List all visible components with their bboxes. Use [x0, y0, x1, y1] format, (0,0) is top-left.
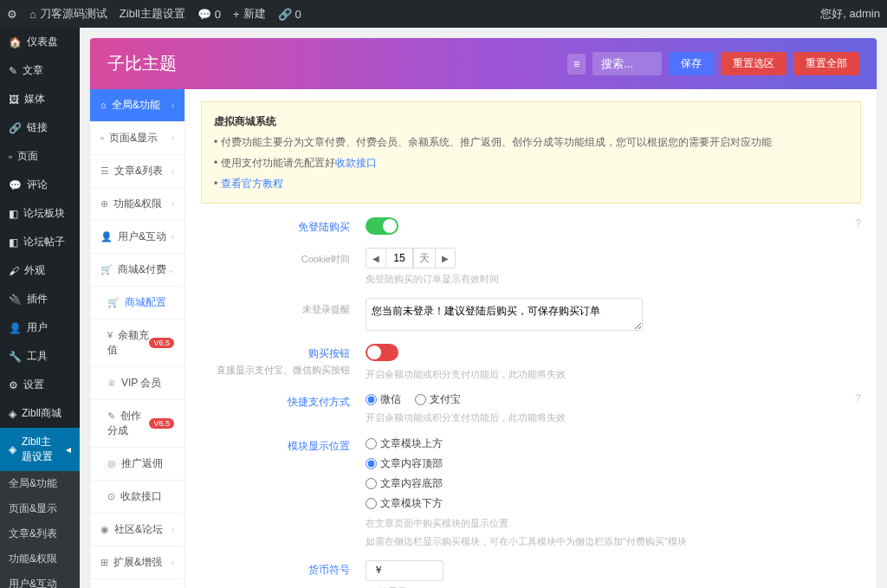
sub-article[interactable]: 文章&列表	[0, 521, 80, 546]
side-vip[interactable]: ♕VIP 会员	[90, 367, 185, 400]
pos-opt3[interactable]: 文章内容底部	[366, 476, 861, 491]
reset-all-button[interactable]: 重置全部	[793, 52, 859, 75]
links-count[interactable]: 🔗 0	[278, 8, 301, 21]
label-cookie: Cookie时间	[201, 253, 350, 266]
payment-link[interactable]: 收款接口	[335, 157, 377, 169]
side-license[interactable]: ♥主题&授权	[90, 579, 185, 588]
help-icon[interactable]: ?	[855, 392, 861, 404]
add-new[interactable]: + 新建	[233, 6, 266, 22]
nav-zibll-mall[interactable]: ◈ Zibll商城	[0, 399, 80, 428]
nav-dashboard[interactable]: 🏠 仪表盘	[0, 28, 80, 56]
side-feature[interactable]: ⊕功能&权限›	[90, 188, 185, 221]
cookie-stepper: ◀ 天 ▶	[366, 248, 456, 268]
side-page[interactable]: ▫页面&显示›	[90, 122, 185, 155]
cookie-help: 免登陆购买的订单显示有效时间	[366, 272, 861, 288]
sub-user[interactable]: 用户&互动	[0, 572, 80, 588]
wp-sidebar: 🏠 仪表盘 ✎ 文章 🖼 媒体 🔗 链接 ▫ 页面 💬 评论 ◧ 论坛板块 ◧ …	[0, 28, 80, 588]
search-input[interactable]	[592, 52, 662, 75]
nav-forum-posts[interactable]: ◧ 论坛帖子	[0, 228, 80, 256]
side-mall[interactable]: 🛒商城&付费⌄	[90, 254, 185, 287]
wp-logo[interactable]: ⚙	[7, 8, 17, 21]
nav-sub: 全局&功能 页面&显示 文章&列表 功能&权限 用户&互动 商城&付费 社区&论…	[0, 471, 80, 588]
nav-posts[interactable]: ✎ 文章	[0, 56, 80, 85]
side-user[interactable]: 👤用户&互动›	[90, 221, 185, 254]
nav-zibll-theme[interactable]: ◈ Zibll主题设置 ◂	[0, 428, 80, 471]
save-button[interactable]: 保存	[669, 52, 714, 75]
sub-page[interactable]: 页面&显示	[0, 496, 80, 521]
pos-opt1[interactable]: 文章模块上方	[366, 436, 861, 451]
site-link[interactable]: ⌂ 刀客源码测试	[29, 6, 107, 22]
nav-pages[interactable]: ▫ 页面	[0, 142, 80, 171]
label-free-buy: 免登陆购买	[298, 221, 350, 233]
nav-links[interactable]: 🔗 链接	[0, 113, 80, 142]
panel-title: 子比主题	[107, 52, 177, 75]
nav-forum-boards[interactable]: ◧ 论坛板块	[0, 199, 80, 228]
nav-settings[interactable]: ⚙ 设置	[0, 371, 80, 399]
tutorial-link[interactable]: 查看官方教程	[221, 178, 283, 190]
cookie-input[interactable]	[385, 249, 413, 268]
nav-plugins[interactable]: 🔌 插件	[0, 285, 80, 313]
side-creation[interactable]: ✎创作分成V6.5	[90, 400, 185, 448]
pos-opt4[interactable]: 文章模块下方	[366, 496, 861, 511]
theme-link[interactable]: Zibll主题设置	[120, 6, 185, 22]
side-promotion[interactable]: ◎推广返佣	[90, 448, 185, 481]
nav-users[interactable]: 👤 用户	[0, 313, 80, 342]
sub-feature[interactable]: 功能&权限	[0, 546, 80, 572]
help-icon[interactable]: ?	[855, 217, 861, 229]
label-currency: 货币符号	[308, 564, 350, 576]
label-quick-pay: 快捷支付方式	[288, 396, 350, 408]
side-community[interactable]: ◉社区&论坛›	[90, 514, 185, 546]
nav-tools[interactable]: 🔧 工具	[0, 342, 80, 371]
radio-wechat[interactable]: 微信	[366, 392, 401, 407]
label-buy-btn: 购买按钮	[308, 347, 350, 359]
toggle-free-buy[interactable]	[366, 217, 398, 235]
side-balance[interactable]: ¥余额充值V6.5	[90, 320, 185, 367]
side-article[interactable]: ☰文章&列表›	[90, 155, 185, 188]
nav-comments[interactable]: 💬 评论	[0, 171, 80, 199]
nologin-textarea[interactable]: 您当前未登录！建议登陆后购买，可保存购买订单	[366, 298, 643, 331]
pos-opt2[interactable]: 文章内容顶部	[366, 456, 861, 471]
nav-appearance[interactable]: 🖌 外观	[0, 256, 80, 285]
side-mall-config[interactable]: 🛒商城配置	[90, 287, 185, 320]
dec-button[interactable]: ◀	[366, 249, 385, 268]
toggle-buy-btn[interactable]	[366, 344, 398, 361]
nav-media[interactable]: 🖼 媒体	[0, 85, 80, 113]
inc-button[interactable]: ▶	[436, 249, 455, 268]
side-extend[interactable]: ⊞扩展&增强›	[90, 546, 185, 579]
label-module-pos: 模块显示位置	[288, 440, 350, 452]
info-alert: 虚拟商城系统 • 付费功能主要分为文章付费、付费会员、余额系统、推广返佣、创作分…	[201, 101, 861, 204]
side-global[interactable]: ⌂全局&功能›	[90, 89, 185, 122]
wp-topbar: ⚙ ⌂ 刀客源码测试 Zibll主题设置 💬 0 + 新建 🔗 0 您好, ad…	[0, 0, 887, 28]
user-greeting[interactable]: 您好, admin	[820, 6, 880, 22]
sub-global[interactable]: 全局&功能	[0, 471, 80, 496]
label-nologin: 未登录提醒	[201, 303, 350, 316]
expand-icon[interactable]: ≡	[567, 54, 586, 74]
settings-content: 虚拟商城系统 • 付费功能主要分为文章付费、付费会员、余额系统、推广返佣、创作分…	[185, 89, 877, 588]
radio-alipay[interactable]: 支付宝	[415, 392, 461, 407]
comments-link[interactable]: 💬 0	[197, 8, 221, 21]
reset-section-button[interactable]: 重置选区	[721, 52, 787, 75]
alert-title: 虚拟商城系统	[214, 115, 276, 127]
side-payment[interactable]: ⊙收款接口	[90, 481, 185, 514]
currency-input[interactable]	[366, 560, 444, 581]
settings-sidemenu: ⌂全局&功能› ▫页面&显示› ☰文章&列表› ⊕功能&权限› 👤用户&互动› …	[90, 89, 185, 588]
